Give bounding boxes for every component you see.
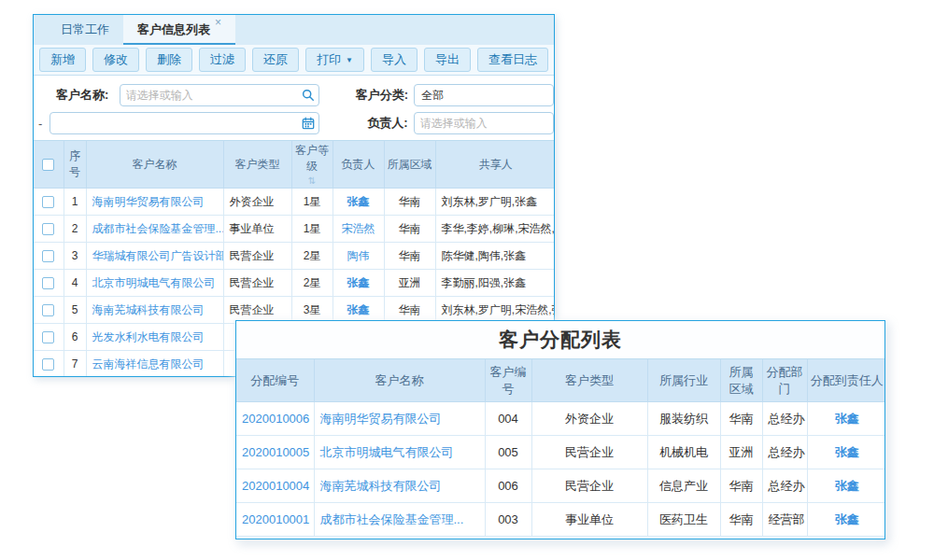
row-number: 2: [64, 216, 86, 243]
region: 亚洲: [720, 436, 762, 469]
customer-name-link[interactable]: 海南芜城科技有限公司: [86, 297, 223, 324]
customer-category-select[interactable]: 全部: [414, 84, 554, 106]
date-input-wrap: [50, 112, 319, 134]
customer-name-link[interactable]: 云南海祥信息有限公司: [86, 351, 223, 378]
region: 华南: [720, 503, 762, 537]
responsible-person-link[interactable]: 张鑫: [807, 503, 885, 537]
industry: 医药卫生: [647, 503, 720, 537]
row-checkbox[interactable]: [42, 358, 54, 371]
col-header-region: 所属区域: [720, 359, 762, 402]
customer-name-link[interactable]: 成都市社会保险基金管理...: [314, 503, 485, 537]
close-icon[interactable]: ×: [215, 17, 221, 28]
delete-button[interactable]: 删除: [146, 48, 192, 72]
row-checkbox-cell: [34, 297, 64, 324]
customer-level: 2星: [291, 270, 333, 297]
tab-bar: 日常工作 客户信息列表 ×: [34, 15, 554, 45]
add-button[interactable]: 新增: [39, 48, 86, 72]
search-icon[interactable]: [298, 89, 318, 102]
col-header-no: 序号: [64, 141, 86, 189]
print-button[interactable]: 打印 ▼: [305, 48, 364, 72]
row-number: 4: [64, 270, 86, 297]
customer-name-link[interactable]: 成都市社会保险基金管理...: [86, 216, 223, 243]
customer-code: 004: [485, 402, 531, 436]
edit-button[interactable]: 修改: [92, 48, 139, 72]
row-checkbox[interactable]: [42, 223, 54, 235]
customer-name-link[interactable]: 海南明华贸易有限公司: [314, 402, 485, 436]
export-button[interactable]: 导出: [424, 48, 471, 72]
tab-customer-info-list[interactable]: 客户信息列表 ×: [123, 15, 235, 45]
owner-link[interactable]: 张鑫: [333, 270, 384, 297]
toolbar: 新增 修改 删除 过滤 还原 打印 ▼ 导入 导出 查看日志: [34, 45, 554, 76]
row-checkbox[interactable]: [42, 277, 54, 289]
department: 总经办: [762, 436, 807, 469]
import-button[interactable]: 导入: [371, 48, 417, 72]
customer-level: 2星: [291, 243, 333, 270]
allocation-id-link[interactable]: 2020010006: [236, 402, 314, 436]
customer-type: 事业单位: [223, 216, 291, 243]
row-number: 3: [64, 243, 86, 270]
customer-name-input-wrap: [120, 84, 320, 106]
table-row: 2020010006海南明华贸易有限公司004外资企业服装纺织华南总经办张鑫: [236, 402, 885, 436]
customer-type: 民营企业: [531, 469, 647, 503]
sort-icon[interactable]: ⇅: [295, 176, 330, 186]
row-checkbox[interactable]: [42, 331, 54, 343]
select-all-cell: [34, 141, 64, 189]
restore-button[interactable]: 还原: [252, 48, 299, 72]
row-checkbox[interactable]: [42, 250, 54, 262]
row-checkbox-cell: [34, 216, 64, 243]
print-label: 打印: [317, 51, 341, 68]
row-checkbox[interactable]: [42, 304, 54, 316]
customer-name-label: 客户名称:: [56, 87, 114, 104]
col-header-customer-level: 客户等级 ⇅: [291, 141, 333, 189]
owner-link[interactable]: 宋浩然: [333, 216, 384, 243]
col-header-department: 分配部门: [762, 359, 807, 402]
customer-name-input[interactable]: [120, 85, 299, 105]
customer-name-link[interactable]: 海南芜城科技有限公司: [314, 469, 485, 503]
region: 华南: [384, 216, 435, 243]
table-row: 3华瑞城有限公司广告设计部民营企业2星陶伟华南陈华健,陶伟,张鑫: [34, 243, 555, 270]
customer-level: 1星: [291, 189, 333, 216]
col-header-owner: 负责人: [333, 141, 384, 189]
row-number: 5: [64, 297, 86, 324]
customer-type: 民营企业: [531, 436, 647, 469]
responsible-person-link[interactable]: 张鑫: [807, 469, 885, 503]
customer-name-link[interactable]: 光发水利水电有限公司: [86, 324, 223, 351]
tab-daily-work[interactable]: 日常工作: [47, 15, 123, 45]
owner-link[interactable]: 陶伟: [333, 243, 384, 270]
allocation-id-link[interactable]: 2020010004: [236, 469, 314, 503]
customer-category-label: 客户分类:: [319, 87, 408, 104]
industry: 信息产业: [647, 469, 720, 503]
region: 华南: [384, 243, 435, 270]
table-row: 2020010001成都市社会保险基金管理...003事业单位医药卫生华南经营部…: [236, 503, 885, 537]
col-header-industry: 所属行业: [647, 359, 720, 402]
customer-allocation-panel: 客户分配列表 分配编号 客户名称 客户编号 客户类型 所属行业 所属区域 分配部…: [235, 320, 885, 539]
caret-down-icon: ▼: [346, 56, 353, 64]
tab-label: 日常工作: [61, 21, 109, 38]
customer-name-link[interactable]: 北京市明城电气有限公司: [86, 270, 223, 297]
col-header-customer-code: 客户编号: [485, 359, 531, 402]
owner-label: 负责人:: [319, 115, 408, 132]
responsible-person-link[interactable]: 张鑫: [807, 402, 885, 436]
owner-link[interactable]: 张鑫: [333, 189, 384, 216]
view-log-button[interactable]: 查看日志: [477, 48, 548, 72]
row-checkbox[interactable]: [42, 196, 54, 208]
date-input[interactable]: [50, 113, 298, 133]
allocation-id-link[interactable]: 2020010001: [236, 503, 314, 537]
owner-input[interactable]: [415, 113, 553, 133]
table-header-row: 分配编号 客户名称 客户编号 客户类型 所属行业 所属区域 分配部门 分配到责任…: [236, 359, 885, 402]
shared-people: 李华,李婷,柳琳,宋浩然,张鑫: [435, 216, 555, 243]
department: 总经办: [762, 469, 807, 503]
col-header-shared: 共享人: [435, 141, 555, 189]
allocation-id-link[interactable]: 2020010005: [236, 436, 314, 469]
select-all-checkbox[interactable]: [42, 159, 54, 171]
customer-name-link[interactable]: 海南明华贸易有限公司: [86, 189, 223, 216]
customer-name-link[interactable]: 北京市明城电气有限公司: [314, 436, 485, 469]
responsible-person-link[interactable]: 张鑫: [807, 436, 885, 469]
table-row: 4北京市明城电气有限公司民营企业2星张鑫亚洲李勤丽,阳强,张鑫: [34, 270, 555, 297]
customer-type: 民营企业: [223, 270, 291, 297]
customer-name-link[interactable]: 华瑞城有限公司广告设计部: [86, 243, 223, 270]
calendar-icon[interactable]: [298, 117, 318, 130]
region: 亚洲: [384, 270, 435, 297]
row-checkbox-cell: [34, 243, 64, 270]
filter-button[interactable]: 过滤: [199, 48, 246, 72]
